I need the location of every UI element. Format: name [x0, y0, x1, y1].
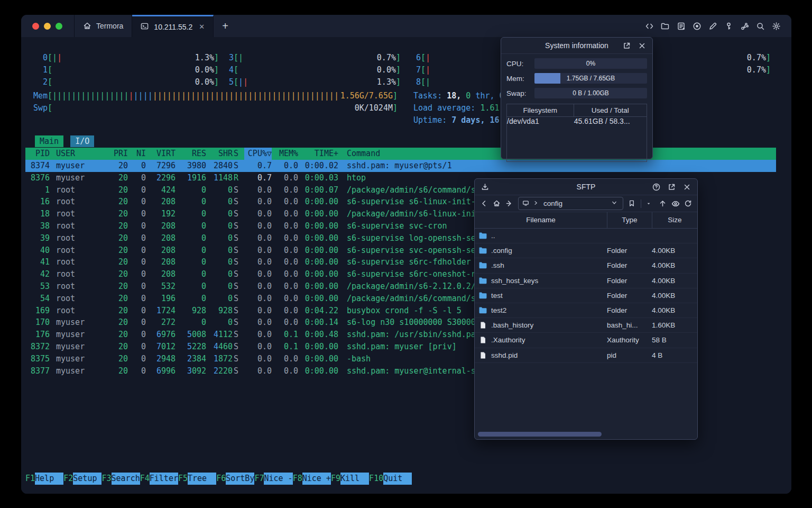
scrollbar-thumb[interactable] [478, 432, 602, 437]
fn-key-f8[interactable]: F8 [293, 473, 302, 485]
minimize-window-button[interactable] [44, 23, 51, 30]
download-icon[interactable] [481, 183, 489, 191]
file-row[interactable]: sshd.pidpid4 B [475, 348, 697, 363]
fn-label-f2[interactable]: Setup [73, 473, 102, 485]
fn-label-f5[interactable]: Tree [188, 473, 216, 485]
htop-tab-main[interactable]: Main [35, 135, 63, 147]
file-row[interactable]: test2Folder4.00KB [475, 303, 697, 318]
filesystem-table: Filesystem Used / Total /dev/vda145.61GB… [506, 104, 647, 162]
fn-label-f1[interactable]: Help [35, 473, 63, 485]
sftp-title-bar[interactable]: SFTP [475, 179, 697, 195]
tab-close-icon[interactable]: ✕ [199, 23, 205, 31]
tab-session[interactable]: 10.211.55.2 ✕ [132, 15, 214, 37]
folder-icon[interactable] [661, 22, 670, 31]
filesystem-row[interactable]: /dev/vda145.61GB / 58.3... [507, 117, 647, 125]
zoom-window-button[interactable] [56, 23, 62, 30]
cpu-label: CPU: [506, 60, 534, 68]
fn-label-f9[interactable]: Kill [340, 473, 369, 485]
fn-key-f7[interactable]: F7 [254, 473, 264, 485]
edit-icon[interactable] [708, 22, 717, 31]
new-tab-button[interactable]: + [214, 15, 237, 37]
chevron-down-icon[interactable] [611, 199, 619, 207]
file-row[interactable]: .bash_historybash_hi...1.60KB [475, 318, 697, 333]
fn-key-f1[interactable]: F1 [25, 473, 35, 485]
settings-icon[interactable] [772, 22, 781, 31]
sftp-panel: SFTP config [474, 178, 698, 440]
bookmark-icon[interactable] [628, 199, 636, 207]
fn-key-f6[interactable]: F6 [216, 473, 226, 485]
horizontal-scrollbar[interactable] [477, 432, 694, 437]
refresh-icon[interactable] [684, 199, 692, 207]
swap-bar: 0 B / 1.00GB [534, 88, 647, 98]
code-icon[interactable] [645, 22, 654, 31]
column-header-time: TIME+ [298, 148, 338, 160]
file-row[interactable]: .sshFolder4.00KB [475, 258, 697, 273]
file-row[interactable]: testFolder4.00KB [475, 288, 697, 303]
fn-label-f3[interactable]: Search [112, 473, 140, 485]
cpu-meter-line: 3[|0.7%] [226, 52, 401, 64]
fn-key-f10[interactable]: F10 [369, 473, 383, 485]
cpu-usage-row: CPU: 0% [506, 58, 647, 69]
file-table-header[interactable]: Filename Type Size [475, 212, 697, 229]
fn-label-f8[interactable]: Nice + [302, 473, 331, 485]
folder-icon [479, 262, 487, 269]
cpu-bar: 0% [534, 58, 647, 69]
terminal-icon [141, 22, 150, 31]
column-header-user: USER [50, 148, 108, 160]
system-info-title-bar[interactable]: System information [501, 38, 652, 54]
fn-key-f4[interactable]: F4 [140, 473, 150, 485]
home-button[interactable] [493, 199, 501, 207]
search-icon[interactable] [756, 22, 765, 31]
tab-session-label: 10.211.55.2 [154, 23, 192, 31]
fn-label-f7[interactable]: Nice - [264, 473, 292, 485]
fn-label-f10[interactable]: Quit [383, 473, 412, 485]
fn-key-f9[interactable]: F9 [331, 473, 340, 485]
up-directory-button[interactable] [659, 199, 667, 207]
sessions-icon[interactable] [677, 22, 686, 31]
process-table-header[interactable]: PIDUSERPRINIVIRTRESSHRSCPU%▽MEM%TIME+Com… [25, 148, 776, 160]
keychain-icon[interactable] [740, 22, 749, 31]
traffic-lights [21, 15, 74, 37]
sftp-toolbar: config [475, 195, 697, 212]
back-button[interactable] [480, 199, 488, 207]
open-external-icon[interactable] [623, 42, 631, 50]
process-row[interactable]: 8374myuser200729639802840S0.70.00:00.02s… [25, 160, 776, 172]
file-icon [479, 322, 487, 329]
fn-label-f6[interactable]: SortBy [226, 473, 254, 485]
file-icon [479, 352, 487, 359]
fn-key-f2[interactable]: F2 [63, 473, 73, 485]
cpu-meter-line: 2[0.0%] [40, 76, 219, 88]
titlebar: Termora 10.211.55.2 ✕ + [21, 15, 791, 38]
key-icon[interactable] [724, 22, 733, 31]
close-icon[interactable] [638, 42, 646, 50]
column-header-shr: SHR [206, 148, 233, 160]
file-row[interactable]: .. [475, 229, 697, 243]
open-external-icon[interactable] [668, 183, 676, 191]
fn-label-f4[interactable]: Filter [150, 473, 178, 485]
forward-button[interactable] [505, 199, 513, 207]
uptime-stat: Uptime: 7 days, 16:2 [413, 114, 509, 126]
tab-termora-label: Termora [96, 22, 123, 30]
file-row[interactable]: .configFolder4.00KB [475, 243, 697, 258]
close-icon[interactable] [683, 183, 691, 191]
folder-icon [479, 247, 487, 254]
tab-termora[interactable]: Termora [74, 15, 132, 37]
bookmark-caret-icon[interactable] [646, 199, 654, 207]
column-header-cpu[interactable]: CPU%▽ [244, 148, 272, 160]
mem-usage-row: Mem: 1.75GB / 7.65GB [506, 73, 647, 84]
file-row[interactable]: ssh_host_keysFolder4.00KB [475, 274, 697, 288]
tasks-stat: Tasks: 18, 0 thr, 0 [413, 90, 504, 102]
file-row[interactable]: .XauthorityXauthority58 B [475, 333, 697, 348]
help-icon[interactable] [652, 183, 660, 191]
fn-key-f3[interactable]: F3 [102, 473, 111, 485]
swap-usage-row: Swap: 0 B / 1.00GB [506, 88, 647, 98]
close-window-button[interactable] [32, 23, 39, 30]
folder-icon [479, 232, 487, 239]
htop-tab-io[interactable]: I/O [70, 135, 94, 147]
record-icon[interactable] [693, 22, 702, 31]
cpu-meter-column-1: 0[||1.3%]1[0.0%]2[0.0%] [40, 52, 219, 88]
eye-icon[interactable] [671, 199, 679, 207]
fn-key-f5[interactable]: F5 [178, 473, 188, 485]
column-header-s: S [233, 148, 244, 160]
path-breadcrumb[interactable]: config [518, 197, 623, 210]
